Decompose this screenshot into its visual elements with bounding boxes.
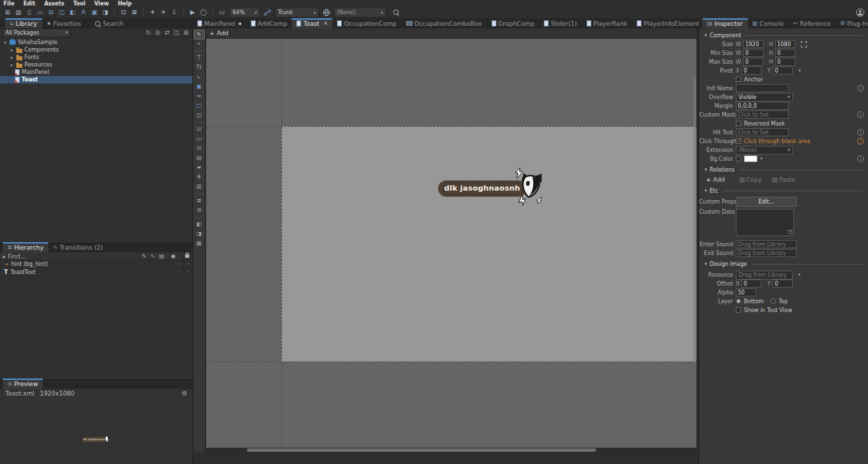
custom-data-textarea[interactable]: ◳ — [736, 209, 794, 236]
search-icon[interactable] — [393, 9, 401, 17]
tab-transitions[interactable]: ∿ Transitions (2) — [48, 242, 108, 252]
margin-input[interactable] — [736, 102, 789, 110]
menu-edit[interactable]: Edit — [23, 1, 35, 7]
show-in-test-view-checkbox[interactable] — [736, 307, 741, 313]
anchor-checkbox[interactable] — [736, 77, 741, 82]
stage[interactable] — [281, 126, 696, 362]
progressbar-tool-icon[interactable]: ▰ — [195, 163, 204, 172]
menu-view[interactable]: View — [94, 1, 109, 7]
tree-item-fonts[interactable]: ▸ Fonts — [0, 54, 193, 61]
copy-relations-button[interactable]: ▤ Copy — [739, 176, 762, 183]
locate-icon[interactable]: ◎ — [155, 29, 161, 36]
copy-icon[interactable]: ▤ — [159, 253, 164, 259]
split-view-icon[interactable]: ◫ — [174, 29, 180, 36]
collapse-all-icon[interactable]: ⊞ — [183, 29, 189, 36]
panel-tool-icon[interactable]: ◧ — [195, 220, 204, 229]
offset-x-input[interactable] — [741, 279, 762, 288]
caret-right-icon[interactable]: ▸ — [3, 253, 6, 260]
tab-library[interactable]: ⌂ Library — [5, 18, 42, 28]
richtext-tool-icon[interactable]: Tt — [195, 64, 204, 72]
resource-dropdown[interactable]: ▾ — [798, 272, 801, 277]
doc-tab-toast[interactable]: Toast ✕ — [292, 18, 332, 28]
text-comp-icon[interactable]: A — [79, 8, 88, 17]
refresh-icon[interactable]: ◯ — [199, 8, 208, 17]
init-name-input[interactable] — [736, 84, 789, 92]
graph-tool-icon[interactable]: ∟ — [195, 73, 204, 81]
size-h-input[interactable] — [775, 40, 795, 48]
layer-bottom-radio[interactable] — [736, 298, 741, 304]
list-tool-icon[interactable]: ≡ — [195, 92, 204, 100]
clipboard-icon[interactable]: ▯ — [24, 8, 34, 17]
add-relation-button[interactable]: Add — [713, 176, 725, 183]
lock-column-icon[interactable] — [182, 252, 191, 260]
lock-toggle[interactable]: · — [183, 269, 193, 277]
menu-tool[interactable]: Tool — [73, 1, 85, 7]
canvas-viewport[interactable]: dlk jasoghnaosnh — [206, 39, 696, 448]
reversed-mask-checkbox[interactable] — [736, 121, 741, 126]
save-icon[interactable]: ⊡ — [119, 8, 128, 17]
tab-search[interactable]: Search — [85, 18, 128, 28]
branch-select[interactable]: Trunk ▾ — [275, 7, 319, 18]
caret-right-icon[interactable]: ▸ — [9, 62, 14, 68]
lock-toggle[interactable]: · — [183, 260, 193, 269]
menu-assets[interactable]: Assets — [44, 1, 64, 7]
tree-item-components[interactable]: ▸ Components — [0, 46, 193, 54]
new-package-icon[interactable]: ⊞ — [3, 8, 12, 17]
curve-icon[interactable]: ∿ — [151, 253, 155, 259]
component-section-header[interactable]: ▾ Component — [699, 31, 868, 40]
tree-item-toast[interactable]: Toast — [0, 76, 193, 83]
design-image-section-header[interactable]: ▾ Design Image — [699, 259, 868, 269]
click-through-checkbox[interactable] — [736, 138, 741, 144]
tab-console[interactable]: ▥ Console — [748, 18, 789, 28]
relations-section-header[interactable]: ▾ Relations — [699, 165, 868, 174]
publish-icon[interactable]: ✈ — [148, 8, 157, 17]
max-w-input[interactable] — [743, 58, 764, 66]
menu-file[interactable]: File — [3, 1, 14, 7]
controller-select[interactable]: [None] ▾ — [334, 7, 387, 18]
menu-help[interactable]: Help — [118, 1, 132, 7]
hit-test-input[interactable] — [736, 128, 789, 136]
close-icon[interactable]: ✕ — [323, 20, 328, 26]
doc-tab-addcomp[interactable]: AddComp — [246, 18, 292, 28]
tree-item-resources[interactable]: ▸ Resources — [0, 61, 193, 69]
pivot-x-input[interactable] — [741, 66, 762, 75]
text-tool-icon[interactable]: T — [195, 54, 204, 62]
bg-color-dropdown[interactable]: ▾ — [760, 156, 763, 161]
bg-color-checkbox[interactable] — [736, 156, 741, 161]
image-tool-icon[interactable]: ▣ — [195, 83, 204, 91]
visibility-column-icon[interactable]: ◉ — [168, 252, 178, 260]
extension-select[interactable]: (None) ▾ — [736, 146, 793, 155]
display-icon[interactable]: ▭ — [217, 8, 226, 17]
account-icon[interactable] — [856, 8, 865, 17]
tab-inspector[interactable]: ▤ Inspector — [703, 18, 748, 28]
layer-top-radio[interactable] — [770, 298, 776, 304]
button-tool-icon[interactable]: ▭ — [195, 135, 204, 143]
size-w-input[interactable] — [743, 40, 764, 48]
find-input[interactable]: Find... — [8, 253, 26, 260]
toast-element[interactable]: dlk jasoghnaosnh — [438, 180, 526, 197]
window-tool-icon[interactable]: ◨ — [195, 230, 204, 238]
horizontal-scrollbar-thumb[interactable] — [247, 448, 596, 452]
visibility-toggle[interactable]: · — [174, 260, 183, 269]
tab-plugin[interactable]: ⚙ Plug-In — [835, 18, 868, 28]
export-icon[interactable]: ⇩ — [170, 8, 179, 17]
combobox-comp-icon[interactable]: ◫ — [57, 8, 66, 17]
label-tool-icon[interactable]: ▤ — [195, 154, 204, 162]
tab-hierarchy[interactable]: ≣ Hierarchy — [3, 242, 48, 252]
hierarchy-row-toasttext[interactable]: T ToastText · · — [0, 269, 193, 277]
etc-section-header[interactable]: ▾ Etc — [699, 186, 868, 195]
refresh-icon[interactable]: ↻ — [146, 29, 151, 36]
caret-down-icon[interactable]: ▾ — [3, 40, 7, 45]
fit-screen-icon[interactable] — [801, 41, 807, 47]
bg-color-swatch[interactable] — [744, 155, 757, 162]
gear-icon[interactable]: ⚙ — [182, 390, 187, 397]
max-h-input[interactable] — [775, 58, 795, 66]
doc-tab-occupationcombobox[interactable]: OccupationComboBox — [401, 18, 487, 28]
edit-icon[interactable]: ✎ — [142, 253, 146, 259]
grid-tool-icon[interactable]: ▦ — [195, 239, 204, 248]
visibility-toggle[interactable]: · — [174, 269, 183, 277]
horizontal-scrollbar[interactable] — [206, 448, 696, 452]
add-button[interactable]: + Add — [210, 30, 229, 37]
publish-all-icon[interactable]: ✈ — [159, 8, 168, 17]
min-h-input[interactable] — [775, 49, 795, 57]
